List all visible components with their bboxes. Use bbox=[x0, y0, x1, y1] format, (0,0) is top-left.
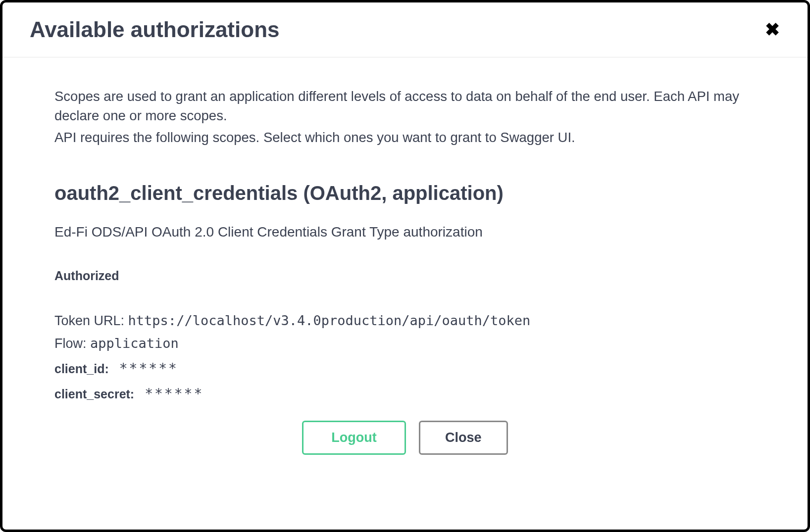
scopes-intro-line2: API requires the following scopes. Selec… bbox=[54, 128, 756, 147]
client-secret-row: client_secret: ****** bbox=[54, 386, 756, 402]
close-button[interactable]: Close bbox=[419, 421, 508, 455]
client-id-value: ****** bbox=[119, 360, 178, 377]
scheme-description: Ed-Fi ODS/API OAuth 2.0 Client Credentia… bbox=[54, 224, 756, 240]
authorization-modal: Available authorizations ✖ Scopes are us… bbox=[0, 0, 810, 532]
modal-header: Available authorizations ✖ bbox=[2, 2, 808, 57]
auth-status: Authorized bbox=[54, 269, 756, 283]
modal-title: Available authorizations bbox=[30, 17, 279, 42]
client-secret-value: ****** bbox=[145, 386, 203, 402]
modal-body: Scopes are used to grant an application … bbox=[2, 57, 808, 530]
flow-label: Flow: bbox=[54, 336, 87, 351]
scopes-intro-line1: Scopes are used to grant an application … bbox=[54, 87, 748, 125]
client-id-label: client_id: bbox=[54, 362, 109, 376]
token-url-label: Token URL: bbox=[54, 313, 124, 328]
token-url-value: https://localhost/v3.4.0production/api/o… bbox=[128, 313, 531, 328]
flow-row: Flow: application bbox=[54, 336, 756, 351]
flow-value: application bbox=[90, 336, 179, 351]
logout-button[interactable]: Logout bbox=[302, 421, 405, 455]
token-url-row: Token URL: https://localhost/v3.4.0produ… bbox=[54, 313, 756, 329]
client-secret-label: client_secret: bbox=[54, 387, 134, 401]
close-icon[interactable]: ✖ bbox=[762, 21, 783, 39]
button-row: Logout Close bbox=[54, 421, 756, 455]
client-id-row: client_id: ****** bbox=[54, 360, 756, 377]
scheme-title: oauth2_client_credentials (OAuth2, appli… bbox=[54, 182, 756, 204]
